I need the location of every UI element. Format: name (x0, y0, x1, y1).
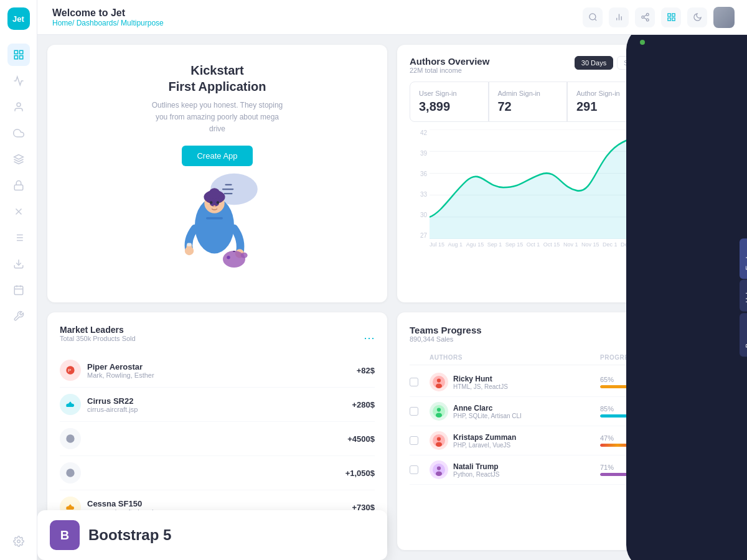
dark-panel-tabs: Explore Help Buy now (740, 238, 747, 357)
dark-mode-button[interactable] (687, 7, 707, 27)
svg-rect-55 (233, 251, 235, 252)
sidebar-item-chart[interactable] (7, 70, 30, 92)
svg-line-30 (644, 15, 646, 16)
svg-point-54 (227, 256, 230, 259)
explore-tab[interactable]: Explore (740, 238, 747, 279)
buy-now-tab[interactable]: Buy now (740, 313, 747, 357)
team-name: Natali Trump (453, 462, 499, 471)
sidebar: Jet (0, 0, 37, 560)
help-tab[interactable]: Help (740, 280, 747, 312)
market-name-cirrus: Cirrus SR22 cirrus-aircraft.jsp (87, 396, 345, 413)
market-icon-4 (60, 462, 81, 483)
online-indicator (640, 40, 645, 45)
create-app-button[interactable]: Create App (182, 146, 252, 166)
kickstart-title: Kickstart First Application (168, 62, 266, 95)
col-authors: AUTHORS (430, 354, 600, 361)
market-item-piper: P Piper Aerostar Mark, Rowling, Esther +… (60, 353, 375, 388)
sidebar-item-settings[interactable] (7, 530, 30, 553)
svg-rect-3 (19, 56, 22, 59)
sidebar-item-cloud[interactable] (7, 122, 30, 144)
kickstart-description: Outlines keep you honest. They stoping y… (149, 100, 286, 136)
teams-title: Teams Progress (410, 325, 627, 335)
main-container: Welcome to Jet Home/ Dashboards/ Multipu… (37, 0, 747, 560)
team-info-ricky: Ricky Hunt HTML, JS, ReactJS (453, 375, 508, 390)
svg-point-53 (241, 252, 248, 258)
grid-view-button[interactable] (661, 7, 681, 27)
market-item-3: +4500$ (60, 422, 375, 456)
team-author-natali: Natali Trump Python, ReactJS (430, 460, 600, 479)
team-name: Kristaps Zumman (453, 433, 516, 442)
tab-30days[interactable]: 30 Days (575, 56, 613, 70)
page-title: Welcome to Jet (52, 7, 575, 19)
market-item-cirrus: Cirrus SR22 cirrus-aircraft.jsp +280$ (60, 388, 375, 422)
svg-rect-31 (667, 14, 670, 16)
stat-admin-signin: Admin Sign-in 72 (489, 82, 568, 122)
svg-point-74 (437, 408, 441, 412)
market-item-value: +4500$ (347, 434, 375, 444)
breadcrumb-dashboards[interactable]: Dashboards/ (77, 19, 119, 27)
market-icon-3 (60, 428, 81, 449)
team-info-kristaps: Kristaps Zumman PHP, Laravel, VueJS (453, 433, 516, 449)
sidebar-item-download[interactable] (7, 253, 30, 275)
svg-point-26 (646, 13, 649, 16)
person-illustration (161, 172, 273, 272)
market-item-name: Piper Aerostar (87, 362, 350, 371)
market-name-piper: Piper Aerostar Mark, Rowling, Esther (87, 362, 350, 379)
market-leaders-title: Market Leaders (60, 325, 136, 335)
market-leaders-subtitle: Total 350k Products Sold (60, 335, 136, 342)
y-label-36: 36 (410, 170, 427, 177)
teams-header-left: Teams Progress 890,344 Sales (410, 325, 627, 343)
stat-admin-signin-label: Admin Sign-in (498, 90, 558, 97)
avatar[interactable] (713, 7, 735, 28)
team-checkbox-anne[interactable] (410, 407, 418, 416)
team-avatar-natali (430, 460, 448, 479)
search-button[interactable] (583, 7, 603, 27)
authors-title: Authors Overview (410, 56, 575, 67)
svg-point-75 (436, 413, 442, 418)
svg-rect-49 (206, 217, 223, 220)
topbar-actions (583, 7, 735, 28)
market-leaders-menu[interactable]: ⋯ (364, 331, 375, 345)
team-author-kristaps: Kristaps Zumman PHP, Laravel, VueJS (430, 431, 600, 450)
svg-point-48 (209, 188, 220, 199)
sidebar-item-lock[interactable] (7, 174, 30, 197)
teams-subtitle: 890,344 Sales (410, 335, 627, 343)
team-checkbox-ricky[interactable] (410, 378, 418, 386)
sidebar-item-close[interactable] (7, 200, 30, 223)
breadcrumb-home[interactable]: Home/ (52, 19, 74, 27)
market-icon-piper: P (60, 360, 81, 381)
market-leaders-title-group: Market Leaders Total 350k Products Sold (60, 325, 136, 351)
svg-point-20 (17, 540, 20, 543)
svg-rect-6 (14, 185, 23, 190)
analytics-button[interactable] (609, 7, 629, 27)
team-checkbox-natali[interactable] (410, 465, 418, 474)
sidebar-item-list[interactable] (7, 226, 30, 249)
sidebar-item-user[interactable] (7, 96, 30, 118)
stat-admin-signin-value: 72 (498, 100, 558, 114)
topbar: Welcome to Jet Home/ Dashboards/ Multipu… (37, 0, 747, 35)
team-info-natali: Natali Trump Python, ReactJS (453, 462, 499, 478)
bootstrap-icon: B (50, 520, 80, 550)
authors-header-left: Authors Overview 22M total income (410, 56, 575, 74)
sidebar-item-tool[interactable] (7, 305, 30, 327)
sidebar-item-grid[interactable] (7, 44, 30, 66)
sidebar-logo[interactable]: Jet (7, 7, 30, 30)
svg-rect-2 (14, 56, 17, 59)
dark-side-panel: Explore Help Buy now (626, 35, 747, 560)
chart-y-labels: 42 39 36 33 30 27 (410, 129, 427, 239)
kickstart-card: Kickstart First Application Outlines kee… (47, 45, 387, 302)
market-icon-cirrus (60, 394, 81, 415)
sidebar-item-calendar[interactable] (7, 279, 30, 301)
team-author-anne: Anne Clarc PHP, SQLite, Artisan CLI (430, 402, 600, 421)
svg-rect-57 (187, 243, 191, 246)
svg-rect-16 (14, 286, 23, 295)
team-checkbox-kristaps[interactable] (410, 436, 418, 445)
svg-point-45 (210, 201, 213, 204)
sidebar-item-layers[interactable] (7, 148, 30, 170)
svg-point-81 (436, 472, 442, 477)
share-button[interactable] (635, 7, 655, 27)
y-label-39: 39 (410, 150, 427, 157)
market-item-sub: Mark, Rowling, Esther (87, 371, 350, 379)
market-item-name: Cessna SF150 (87, 499, 345, 508)
svg-point-27 (641, 16, 644, 19)
